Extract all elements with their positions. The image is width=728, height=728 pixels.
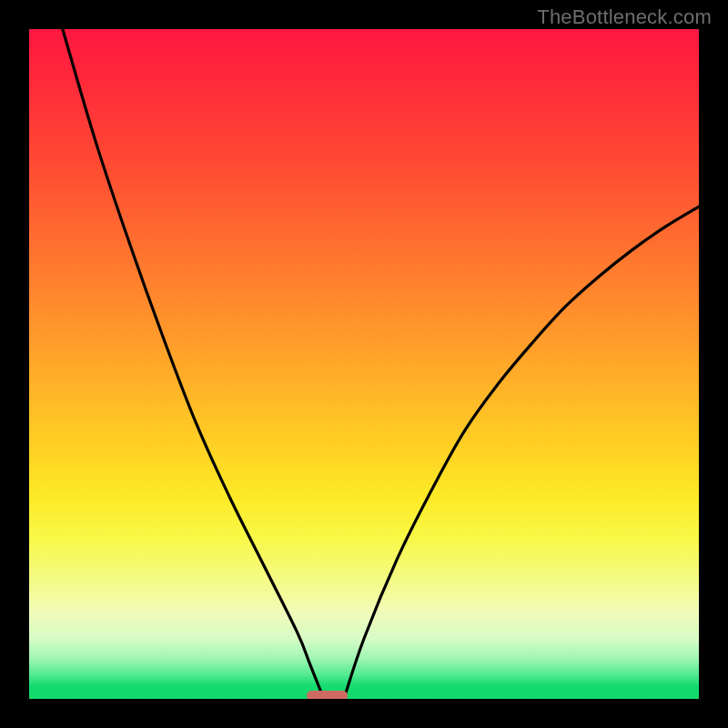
left-curve <box>63 29 324 699</box>
curves-layer <box>29 29 699 699</box>
bottleneck-marker <box>307 691 347 699</box>
plot-area <box>29 29 699 699</box>
right-curve <box>344 207 699 699</box>
watermark-text: TheBottleneck.com <box>537 5 712 29</box>
chart-frame: TheBottleneck.com <box>0 0 728 728</box>
